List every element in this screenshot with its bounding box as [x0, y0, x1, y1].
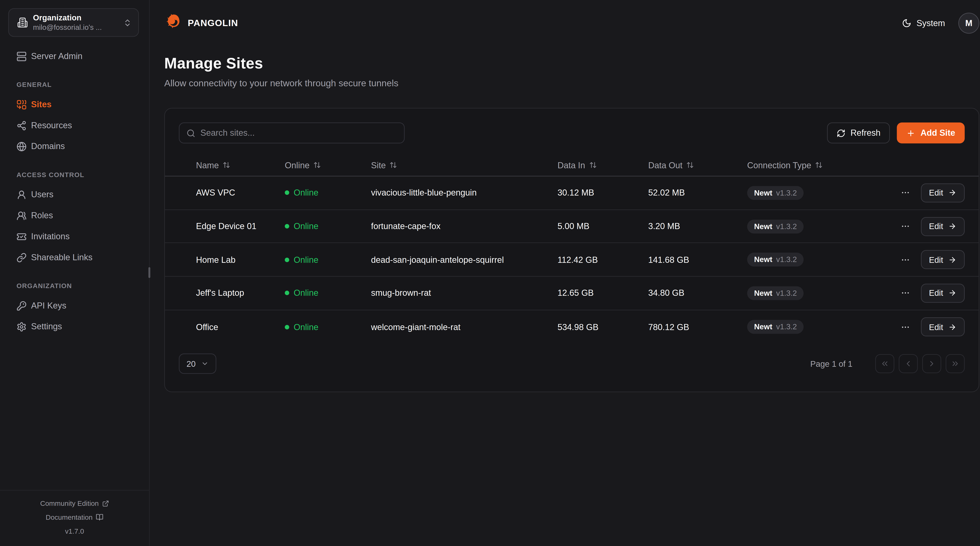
connection-type-badge: Newt v1.3.2	[747, 253, 804, 267]
sidebar-item-server-admin[interactable]: Server Admin	[0, 46, 143, 67]
online-dot-icon	[285, 291, 289, 295]
row-actions: Edit	[896, 250, 964, 269]
arrow-right-icon	[948, 323, 956, 331]
sidebar-item-settings[interactable]: Settings	[0, 316, 143, 337]
refresh-button[interactable]: Refresh	[827, 123, 890, 144]
page-size-select[interactable]: 20	[179, 353, 216, 374]
external-link-icon	[102, 500, 109, 507]
ellipsis-icon	[900, 255, 910, 265]
sort-icon	[223, 161, 230, 169]
search-input[interactable]	[200, 128, 397, 138]
previous-page-button[interactable]	[899, 354, 918, 373]
sidebar-resize-handle[interactable]	[148, 267, 150, 278]
connection-type-badge: Newt v1.3.2	[747, 186, 804, 200]
edit-button[interactable]: Edit	[921, 250, 965, 269]
data-out-cell: 141.68 GB	[648, 255, 747, 265]
row-menu-button[interactable]	[898, 320, 912, 334]
server-icon	[16, 51, 27, 61]
edit-button[interactable]: Edit	[921, 284, 965, 303]
row-menu-button[interactable]	[898, 185, 912, 200]
combine-icon	[16, 99, 27, 109]
edit-button[interactable]: Edit	[921, 184, 965, 203]
sidebar-item-api-keys[interactable]: API Keys	[0, 295, 143, 316]
arrow-right-icon	[948, 289, 956, 297]
row-menu-button[interactable]	[898, 252, 912, 267]
edit-button[interactable]: Edit	[921, 217, 965, 236]
row-actions: Edit	[896, 184, 964, 203]
org-switcher[interactable]: Organization milo@fossorial.io's ...	[8, 8, 139, 37]
sidebar-item-shareable-links[interactable]: Shareable Links	[0, 247, 143, 268]
sidebar-item-domains[interactable]: Domains	[0, 136, 143, 157]
sites-table: Name Online Site Data In Data Out Connec…	[165, 154, 978, 343]
online-label: Online	[294, 222, 318, 231]
edit-button[interactable]: Edit	[921, 317, 965, 336]
add-site-button[interactable]: Add Site	[897, 123, 964, 144]
online-dot-icon	[285, 191, 289, 195]
theme-selector[interactable]: System	[902, 18, 945, 28]
table-row: Jeff's Laptop Online smug-brown-rat 12.6…	[165, 277, 978, 310]
edit-label: Edit	[929, 222, 943, 231]
documentation-link[interactable]: Documentation	[0, 511, 149, 524]
connection-version: v1.3.2	[776, 188, 797, 197]
online-status-cell: Online	[285, 255, 371, 265]
first-page-button[interactable]	[875, 354, 894, 373]
connection-type-cell: Newt v1.3.2	[747, 219, 896, 233]
site-name-cell: Office	[179, 322, 285, 332]
key-icon	[16, 300, 27, 311]
plus-icon	[907, 128, 915, 137]
row-menu-button[interactable]	[898, 219, 912, 233]
sidebar-item-invitations[interactable]: Invitations	[0, 226, 143, 247]
section-label-organization: ORGANIZATION	[0, 282, 143, 289]
sidebar-item-label: Sites	[31, 100, 51, 109]
page-header: Manage Sites Allow connectivity to your …	[150, 46, 980, 88]
sidebar-nav: Server Admin GENERAL Sites Resources Dom…	[0, 37, 149, 490]
search-icon	[186, 128, 195, 137]
connection-type-cell: Newt v1.3.2	[747, 320, 896, 334]
last-page-button[interactable]	[946, 354, 965, 373]
card-toolbar: Refresh Add Site	[165, 109, 978, 144]
edit-label: Edit	[929, 322, 943, 332]
ellipsis-icon	[900, 222, 910, 231]
sidebar-item-resources[interactable]: Resources	[0, 115, 143, 136]
column-header-name[interactable]: Name	[179, 160, 285, 170]
sort-icon	[390, 161, 397, 169]
sidebar-item-users[interactable]: Users	[0, 184, 143, 205]
table-row: Home Lab Online dead-san-joaquin-antelop…	[165, 243, 978, 277]
column-header-site[interactable]: Site	[371, 160, 557, 170]
avatar-initial: M	[965, 18, 972, 28]
column-header-online[interactable]: Online	[285, 160, 371, 170]
sidebar-item-label: Shareable Links	[31, 252, 92, 262]
refresh-icon	[837, 128, 845, 137]
column-header-data-in[interactable]: Data In	[557, 160, 648, 170]
online-status-cell: Online	[285, 322, 371, 332]
book-open-icon	[96, 514, 103, 521]
data-in-cell: 30.12 MB	[557, 188, 648, 198]
connection-type-cell: Newt v1.3.2	[747, 253, 896, 267]
table-header-row: Name Online Site Data In Data Out Connec…	[165, 154, 978, 176]
sidebar: Organization milo@fossorial.io's ... Ser…	[0, 0, 150, 546]
connection-type-cell: Newt v1.3.2	[747, 186, 896, 200]
online-status-cell: Online	[285, 222, 371, 231]
column-header-connection-type[interactable]: Connection Type	[747, 160, 896, 170]
link-icon	[16, 252, 27, 262]
sidebar-item-sites[interactable]: Sites	[0, 94, 143, 115]
connection-name: Newt	[754, 188, 772, 197]
brand[interactable]: PANGOLIN	[164, 13, 238, 32]
sort-icon	[686, 161, 694, 169]
table-row: Edge Device 01 Online fortunate-cape-fox…	[165, 210, 978, 243]
sidebar-item-label: Roles	[31, 211, 53, 220]
data-out-cell: 3.20 MB	[648, 222, 747, 231]
chevron-left-icon	[904, 359, 913, 368]
page-subtitle: Allow connectivity to your network throu…	[164, 78, 979, 88]
sidebar-item-roles[interactable]: Roles	[0, 205, 143, 226]
column-header-data-out[interactable]: Data Out	[648, 160, 747, 170]
ticket-check-icon	[16, 231, 27, 242]
table-body: AWS VPC Online vivacious-little-blue-pen…	[165, 177, 978, 343]
row-menu-button[interactable]	[898, 286, 912, 300]
avatar[interactable]: M	[958, 12, 979, 34]
next-page-button[interactable]	[922, 354, 941, 373]
pangolin-logo-icon	[164, 13, 183, 32]
online-label: Online	[294, 188, 318, 198]
page-info: Page 1 of 1	[810, 359, 853, 369]
community-edition-link[interactable]: Community Edition	[0, 497, 149, 511]
